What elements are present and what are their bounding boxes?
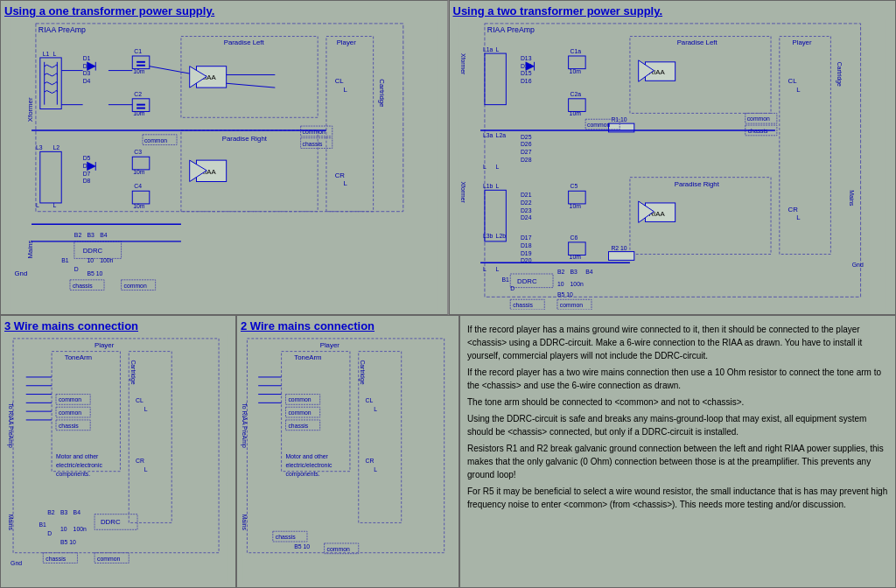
one-transformer-title: Using a one transformer power supply. [4,4,444,18]
svg-text:10: 10 [88,257,94,263]
desc-para-2: If the record player has a two wire main… [467,366,888,392]
svg-text:D: D [510,285,514,291]
svg-text:L: L [374,466,377,472]
svg-text:D19: D19 [520,250,531,256]
svg-text:Paradise Left: Paradise Left [224,38,265,46]
svg-text:common: common [97,556,120,562]
svg-text:L: L [495,183,499,189]
svg-text:10m: 10m [569,254,581,260]
desc-para-4: Using the DDRC-circuit is safe and break… [467,412,888,438]
svg-text:components.: components. [56,471,90,478]
svg-text:DDRC: DDRC [101,518,121,526]
svg-text:CR: CR [366,458,374,464]
svg-text:L: L [796,86,801,94]
desc-para-5: Resistors R1 and R2 break galvanic groun… [467,442,888,481]
svg-text:D: D [47,530,52,536]
three-wire-svg: Player ToneArm To RIAA PreAmp Mains Gnd … [4,334,232,583]
two-transformer-title: Using a two transformer power supply. [453,4,892,18]
svg-text:RIAA PreAmp: RIAA PreAmp [38,25,86,34]
svg-text:D17: D17 [520,234,531,241]
svg-text:100n: 100n [74,526,87,532]
svg-text:CL: CL [366,397,374,403]
svg-text:CR: CR [136,458,144,464]
three-wire-panel: 3 Wire mains connection Player ToneArm T… [0,315,236,588]
svg-text:Cartridge: Cartridge [835,62,842,87]
svg-text:C6: C6 [570,234,578,241]
svg-text:chassis: chassis [303,141,323,147]
svg-text:chassis: chassis [59,423,79,429]
svg-text:Xformer: Xformer [26,97,34,122]
svg-text:B4: B4 [74,509,81,515]
desc-para-6: For R5 it may be beneficial to select a … [467,485,888,511]
svg-text:L: L [343,179,347,187]
svg-text:D7: D7 [83,171,91,177]
svg-text:L: L [144,466,148,472]
desc-para-3: The tone arm should be connected to <com… [467,396,888,409]
svg-text:D26: D26 [520,141,531,147]
svg-text:B5 10: B5 10 [88,270,103,276]
svg-text:Xformer: Xformer [460,53,466,75]
svg-text:100n: 100n [100,257,113,263]
svg-text:DDRC: DDRC [517,277,537,285]
svg-text:C5: C5 [570,183,578,189]
svg-text:L3: L3 [36,144,43,150]
svg-text:common: common [124,283,147,289]
svg-text:100n: 100n [570,281,583,287]
svg-text:L: L [495,164,499,170]
svg-text:R2 10: R2 10 [611,245,626,251]
svg-text:RIAA PreAmp: RIAA PreAmp [486,25,534,34]
svg-text:L: L [343,86,347,94]
svg-text:chassis: chassis [73,283,93,289]
svg-text:Cartridge: Cartridge [378,79,386,107]
svg-text:D28: D28 [520,157,531,163]
svg-text:CR: CR [788,206,798,214]
svg-text:D22: D22 [520,200,531,206]
svg-text:Cartridge: Cartridge [359,360,366,384]
svg-text:10m: 10m [569,68,581,74]
three-wire-title: 3 Wire mains connection [4,319,232,332]
svg-text:common: common [746,116,769,122]
svg-text:10m: 10m [569,203,581,209]
svg-text:common: common [288,396,311,402]
svg-text:electric/electronic: electric/electronic [56,462,102,468]
svg-text:L3a: L3a [482,132,493,138]
svg-text:B4: B4 [585,269,593,275]
svg-text:L1a: L1a [482,46,493,52]
svg-text:common: common [327,546,350,552]
svg-text:D18: D18 [520,242,531,248]
svg-text:L: L [52,51,56,57]
svg-text:B5 10: B5 10 [60,539,76,545]
svg-text:D25: D25 [520,134,531,140]
svg-text:Motor and other: Motor and other [56,453,99,459]
svg-text:B3: B3 [60,509,68,515]
svg-text:Paradise Left: Paradise Left [676,38,718,46]
svg-text:L: L [144,406,148,412]
svg-text:B4: B4 [100,232,108,238]
svg-text:D1: D1 [83,55,91,61]
svg-text:L: L [482,164,486,170]
svg-text:D15: D15 [520,70,531,76]
svg-text:Paradise Right: Paradise Right [674,180,719,188]
svg-text:Player: Player [94,341,115,349]
svg-text:L: L [495,266,499,272]
bottom-section: 3 Wire mains connection Player ToneArm T… [0,315,896,588]
svg-text:Player: Player [337,38,357,46]
svg-text:CL: CL [335,77,345,85]
svg-text:ToneArm: ToneArm [65,354,92,361]
svg-text:10m: 10m [133,169,145,175]
svg-text:C3: C3 [134,149,142,155]
svg-text:Mains: Mains [849,190,855,206]
svg-text:common: common [288,410,311,416]
two-wire-title: 2 Wire mains connection [241,319,455,332]
svg-text:D5: D5 [83,155,91,161]
svg-text:common: common [587,122,610,128]
svg-text:D13: D13 [520,55,531,61]
svg-text:B5 10: B5 10 [294,543,310,550]
svg-rect-185 [9,334,228,583]
two-transformer-panel: Using a two transformer power supply. RI… [449,0,897,315]
two-wire-panel: 2 Wire mains connection Player ToneArm T… [236,315,459,588]
svg-text:components.: components. [286,471,320,478]
svg-text:10m: 10m [569,110,581,116]
svg-text:C1a: C1a [570,48,581,54]
svg-text:L2b: L2b [495,233,506,239]
